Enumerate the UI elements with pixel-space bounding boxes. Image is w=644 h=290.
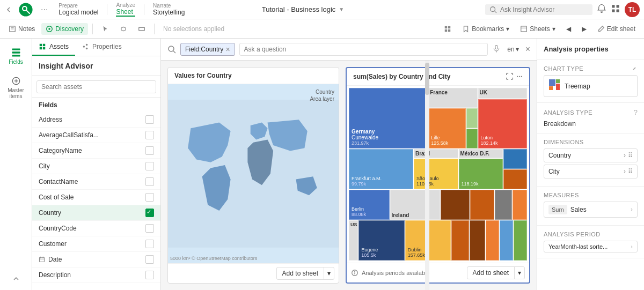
search-tag-field-country[interactable]: Field:Country × [180, 43, 235, 56]
field-checkbox-category[interactable] [145, 146, 154, 155]
field-item-date[interactable]: Date [32, 252, 160, 267]
field-checkbox-costofsale[interactable] [145, 193, 154, 202]
chart-more-button[interactable]: ··· [516, 72, 523, 81]
field-checkbox-customer[interactable] [145, 240, 154, 248]
field-checkbox-countrycode[interactable] [145, 224, 154, 233]
treemap-cell-usa-3[interactable] [451, 220, 469, 261]
treemap-add-dropdown-icon[interactable]: ▾ [515, 267, 524, 279]
treemap-cell-extra-1[interactable] [503, 149, 527, 169]
treemap-cell-mexico-header[interactable]: México D.F. [459, 149, 503, 159]
back-button[interactable] [4, 5, 13, 14]
user-avatar[interactable]: TL [625, 2, 640, 17]
treemap-cell-ireland-4[interactable] [513, 190, 527, 220]
nav-prepare[interactable]: Prepare Logical model [54, 3, 103, 16]
field-checkbox-date[interactable] [145, 255, 154, 264]
treemap-cell-usa-4[interactable] [470, 220, 485, 261]
treemap-cell-france-small-2[interactable] [466, 129, 477, 148]
dimension-country-drag-icon[interactable]: ⠿ [628, 152, 633, 159]
insight-search-top[interactable] [485, 4, 592, 15]
treemap-cell-mexico-df[interactable]: 118.19k [459, 159, 503, 189]
field-checkbox-contact[interactable] [145, 177, 154, 186]
sheets-button[interactable]: Sheets ▾ [516, 23, 559, 35]
dimension-city-expand-icon[interactable]: › [624, 168, 626, 175]
scrollbar-thumb[interactable] [425, 63, 429, 95]
notifications-icon[interactable] [597, 4, 606, 15]
expand-chart-type-icon[interactable] [631, 65, 638, 72]
remove-tag-button[interactable]: × [225, 45, 230, 54]
close-insight-button[interactable]: × [525, 44, 530, 54]
treemap-cell-lille[interactable]: Lille 125.58k [428, 108, 466, 148]
grid-layout-button[interactable] [440, 23, 456, 35]
treemap-cell-usa-5[interactable] [486, 220, 499, 261]
sidebar-collapse-button[interactable] [12, 276, 20, 286]
add-to-sheet-dropdown-icon[interactable]: ▾ [324, 267, 334, 279]
search-assets-input[interactable] [36, 80, 156, 93]
assets-search[interactable] [32, 76, 160, 98]
dimension-city-drag-icon[interactable]: ⠿ [628, 168, 633, 175]
treemap-cell-frankfurt[interactable]: Frankfurt a.M. 99.79k [349, 149, 413, 189]
measure-expand-icon[interactable]: › [631, 206, 633, 213]
field-checkbox-country[interactable] [145, 209, 154, 217]
measure-item-sales[interactable]: Sum Sales › [544, 202, 638, 218]
bookmarks-button[interactable]: Bookmarks ▾ [458, 23, 514, 35]
tab-assets[interactable]: Assets [32, 39, 75, 56]
treemap-chart-body[interactable]: Germany Cunewalde 231.97k France [347, 86, 529, 263]
analysis-period-selector[interactable]: YearMonth-last sorte... › [544, 241, 638, 252]
field-item-category[interactable]: CategoryName [32, 143, 160, 159]
field-item-costofsale[interactable]: Cost of Sale [32, 190, 160, 205]
nav-dots-button[interactable]: ··· [39, 5, 50, 14]
prev-sheet-button[interactable]: ◀ [562, 23, 575, 35]
microphone-icon[interactable] [492, 44, 501, 55]
selection-tool-2-button[interactable] [115, 23, 131, 35]
field-item-description[interactable]: Description [32, 267, 160, 283]
dimension-country-expand-icon[interactable]: › [624, 152, 626, 159]
app-title[interactable]: Tutorial - Business logic ▼ [262, 5, 344, 13]
treemap-cell-ireland-1[interactable] [441, 190, 470, 220]
map-add-to-sheet-button[interactable]: Add to sheet ▾ [276, 267, 334, 280]
nav-analyze[interactable]: Analyze Sheet [112, 2, 140, 17]
edit-sheet-button[interactable]: Edit sheet [593, 23, 640, 35]
treemap-cell-extra-2[interactable] [503, 169, 527, 189]
treemap-cell-usa-header[interactable]: USA [349, 220, 358, 261]
language-selector[interactable]: en ▾ [505, 43, 521, 55]
qlik-logo[interactable] [17, 1, 34, 18]
treemap-cell-usa-7[interactable] [514, 220, 527, 261]
treemap-cell-france-small-1[interactable] [466, 108, 477, 128]
sidebar-item-fields[interactable]: Fields [2, 43, 30, 69]
discovery-button[interactable]: Discovery [41, 23, 88, 35]
chart-type-selector[interactable]: Treemap [544, 75, 638, 97]
field-checkbox-address[interactable] [145, 115, 154, 124]
field-item-city[interactable]: City [32, 159, 160, 174]
field-checkbox-description[interactable] [145, 271, 154, 279]
analysis-type-help-icon[interactable]: ? [634, 108, 638, 116]
nav-narrate[interactable]: Narrate Storytelling [149, 3, 189, 16]
treemap-cell-brazil-header[interactable]: Brazil [414, 149, 458, 159]
field-item-countrycode[interactable]: CountryCode [32, 221, 160, 236]
dimension-item-country[interactable]: Country › ⠿ [544, 148, 638, 162]
sidebar-item-master-items[interactable]: Master items [2, 71, 30, 103]
insight-advisor-input[interactable] [500, 6, 575, 13]
selection-tool-3-button[interactable] [134, 23, 150, 35]
notes-button[interactable]: Notes [4, 23, 39, 35]
dimension-item-city[interactable]: City › ⠿ [544, 165, 638, 179]
treemap-cell-cunewalde[interactable]: Germany Cunewalde 231.97k [349, 88, 428, 148]
map-visualization[interactable]: CountryArea layer 5000 km² © OpenStreetM… [168, 84, 339, 263]
treemap-add-to-sheet-button[interactable]: Add to sheet ▾ [467, 266, 525, 279]
treemap-cell-sao-paulo[interactable]: São Paulo 110.85k [414, 159, 458, 189]
field-item-average[interactable]: AverageCallSatisfa... [32, 128, 160, 143]
field-checkbox-average[interactable] [145, 131, 154, 139]
expand-chart-button[interactable]: ⛶ [506, 72, 513, 81]
treemap-cell-ireland-2[interactable] [470, 190, 494, 220]
treemap-cell-uk-header[interactable]: UK [478, 88, 527, 99]
treemap-cell-usa-6[interactable] [500, 220, 513, 261]
grid-apps-icon[interactable] [611, 4, 620, 15]
field-checkbox-city[interactable] [145, 162, 154, 170]
select-tool-button[interactable] [97, 23, 113, 35]
treemap-cell-france-header[interactable]: France [428, 88, 477, 108]
chart-scrollbar[interactable] [425, 61, 429, 290]
treemap-cell-luton[interactable]: Luton 182.14k [478, 99, 527, 148]
treemap-cell-berlin[interactable]: Berlin 88.08k [349, 190, 390, 220]
field-item-address[interactable]: Address [32, 112, 160, 128]
field-item-customer[interactable]: Customer [32, 236, 160, 252]
treemap-cell-eugene[interactable]: Eugene 105.5k [358, 220, 404, 261]
